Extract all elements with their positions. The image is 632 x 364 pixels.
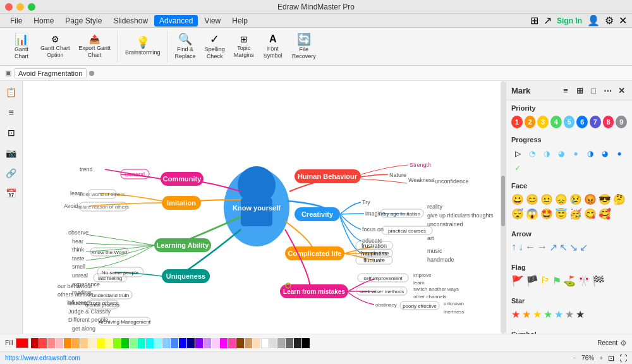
brainstorming-button[interactable]: 💡 Brainstorming (121, 32, 164, 61)
star-5[interactable]: ★ (554, 308, 563, 320)
mark-close[interactable]: ✕ (616, 85, 627, 96)
arrow-se[interactable]: ↘ (569, 241, 578, 253)
progress-8[interactable]: ✓ (511, 162, 524, 174)
face-7[interactable]: 😎 (599, 193, 611, 205)
pal-cream[interactable] (88, 338, 96, 348)
progress-1[interactable]: ◔ (526, 147, 538, 160)
progress-3[interactable]: ◕ (555, 147, 568, 160)
pal-purple[interactable] (195, 338, 203, 348)
star-4[interactable]: ★ (544, 308, 552, 320)
menu-page-style[interactable]: Page Style (60, 15, 107, 27)
user-icon[interactable]: 👤 (587, 15, 600, 27)
close-icon[interactable]: ✕ (619, 15, 627, 27)
menu-file[interactable]: File (5, 15, 27, 27)
sidebar-btn-3[interactable]: ⊡ (3, 124, 20, 142)
face-9[interactable]: 😴 (511, 208, 524, 220)
menu-slideshow[interactable]: Slideshow (108, 15, 153, 27)
face-11[interactable]: 🤩 (540, 208, 553, 220)
zoom-in-btn[interactable]: + (599, 355, 603, 361)
priority-4[interactable]: 4 (550, 116, 562, 128)
menu-help[interactable]: Help (227, 15, 253, 27)
face-10[interactable]: 😱 (526, 208, 538, 220)
canvas-area[interactable]: Know yourself Community trend General Im… (23, 81, 506, 334)
pal-gray[interactable] (277, 338, 285, 348)
pal-green2[interactable] (130, 338, 137, 348)
mark-more[interactable]: ⋯ (602, 85, 613, 96)
pal-cyan[interactable] (146, 338, 154, 348)
settings-icon[interactable]: ⚙ (605, 15, 614, 27)
pal-brown[interactable] (236, 338, 244, 348)
pal-green[interactable] (121, 338, 129, 348)
pal-lime[interactable] (113, 338, 121, 348)
maximize-button[interactable] (28, 3, 35, 11)
priority-5[interactable]: 5 (564, 116, 575, 128)
priority-8[interactable]: 8 (603, 116, 614, 128)
pal-lavender[interactable] (212, 338, 219, 348)
pal-violet[interactable] (204, 338, 211, 348)
pal-pink2[interactable] (56, 338, 63, 348)
face-2[interactable]: 😊 (526, 193, 538, 205)
star-3[interactable]: ★ (533, 308, 542, 320)
arrow-nw[interactable]: ↖ (559, 241, 568, 253)
flag-1[interactable]: 🚩 (511, 275, 524, 287)
progress-5[interactable]: ◑ (584, 147, 597, 160)
minimize-button[interactable] (16, 3, 24, 11)
mark-grid-view[interactable]: ⊞ (574, 85, 585, 96)
pal-teal[interactable] (138, 338, 145, 348)
progress-6[interactable]: ◕ (599, 147, 611, 160)
pal-lgray[interactable] (269, 338, 277, 348)
menu-view[interactable]: View (199, 15, 226, 27)
gantt-option-button[interactable]: ⚙ Gantt ChartOption (37, 32, 74, 61)
close-button[interactable] (5, 3, 13, 11)
priority-6[interactable]: 6 (576, 116, 588, 128)
sidebar-btn-5[interactable]: 🔗 (3, 164, 20, 182)
flag-2[interactable]: 🏴 (526, 275, 538, 287)
face-4[interactable]: 😞 (555, 193, 568, 205)
flag-6[interactable]: 🎌 (578, 275, 590, 287)
progress-2[interactable]: ◑ (540, 147, 553, 160)
arrow-down[interactable]: ↓ (518, 241, 523, 253)
arrow-ne[interactable]: ↗ (549, 241, 557, 253)
fullscreen-btn[interactable]: ⛶ (619, 354, 627, 363)
face-13[interactable]: 🥳 (569, 208, 582, 220)
face-3[interactable]: 😐 (540, 193, 553, 205)
pal-orange2[interactable] (72, 338, 80, 348)
recent-settings-icon[interactable]: ⚙ (620, 339, 627, 348)
pal-peach[interactable] (80, 338, 88, 348)
pal-cyan2[interactable] (154, 338, 162, 348)
pal-dgray[interactable] (286, 338, 293, 348)
pal-skyblue[interactable] (162, 338, 170, 348)
face-12[interactable]: 😇 (555, 208, 568, 220)
star-6[interactable]: ★ (565, 308, 574, 320)
pal-yellow[interactable] (97, 338, 104, 348)
sign-in-button[interactable]: Sign In (557, 16, 582, 25)
pal-tan[interactable] (245, 338, 252, 348)
topic-margins-button[interactable]: ⊞ TopicMargins (230, 32, 258, 61)
pal-black[interactable] (294, 338, 301, 348)
pal-yellow2[interactable] (105, 338, 112, 348)
zoom-out-btn[interactable]: − (573, 355, 576, 361)
spelling-check-button[interactable]: ✓ SpellingCheck (201, 32, 229, 61)
arrow-left[interactable]: ← (525, 241, 535, 253)
website-link[interactable]: https://www.edrawsoft.com (5, 355, 80, 361)
face-14[interactable]: 😋 (584, 208, 597, 220)
pal-beige[interactable] (253, 338, 260, 348)
flag-4[interactable]: ⚑ (552, 275, 561, 287)
star-2[interactable]: ★ (522, 308, 531, 320)
toolbar-icon-1[interactable]: ⊞ (530, 15, 538, 27)
priority-7[interactable]: 7 (590, 116, 601, 128)
arrow-up[interactable]: ↑ (511, 241, 516, 253)
priority-1[interactable]: 1 (511, 116, 523, 128)
menu-home[interactable]: Home (28, 15, 59, 27)
sidebar-btn-2[interactable]: ≡ (3, 104, 20, 121)
export-gantt-button[interactable]: 📤 Export GanttChart (75, 32, 115, 61)
menu-advanced[interactable]: Advanced (154, 15, 198, 27)
priority-9[interactable]: 9 (616, 116, 627, 128)
find-replace-button[interactable]: 🔍 Find &Replace (171, 32, 200, 61)
pal-navy[interactable] (187, 338, 195, 348)
flag-5[interactable]: ⛳ (563, 275, 576, 287)
pal-pink[interactable] (47, 338, 55, 348)
pal-blue[interactable] (171, 338, 178, 348)
file-recovery-button[interactable]: 🔄 FileRecovery (288, 32, 320, 61)
star-7[interactable]: ★ (576, 308, 585, 320)
